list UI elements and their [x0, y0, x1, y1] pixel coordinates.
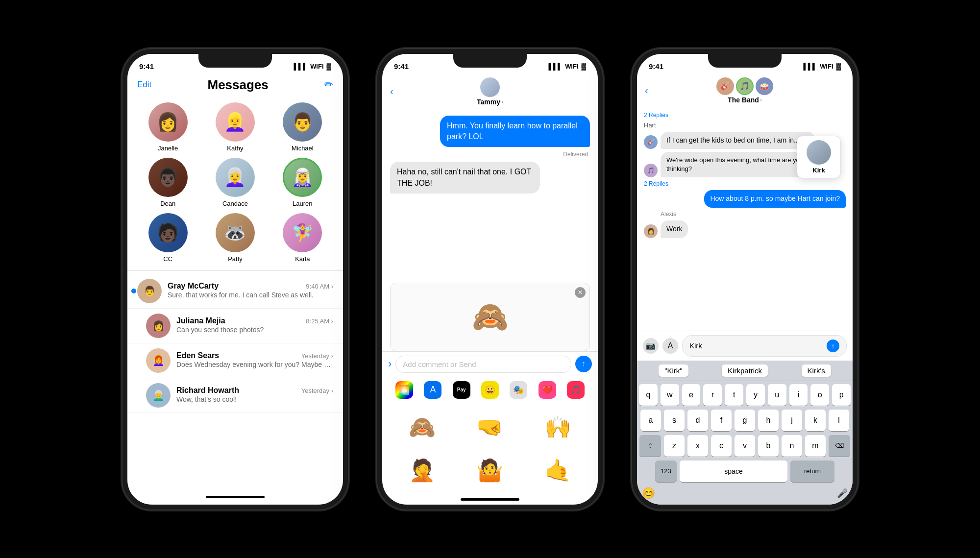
key-e[interactable]: e — [682, 384, 701, 406]
sticker-5[interactable]: 🤷 — [458, 451, 522, 490]
sticker-4[interactable]: 🤦 — [390, 451, 454, 490]
battery-icon-3: ▓ — [836, 63, 841, 70]
tammy-chevron: › — [501, 98, 503, 105]
suggestion-kirks[interactable]: Kirk's — [802, 364, 831, 377]
sticker-2[interactable]: 🤜 — [458, 408, 522, 447]
key-g[interactable]: g — [735, 410, 755, 431]
contact-candace[interactable]: 👩‍🦳 Candace — [204, 158, 266, 207]
home-bar-1 — [206, 496, 265, 498]
key-f[interactable]: f — [711, 410, 732, 431]
key-delete[interactable]: ⌫ — [829, 435, 850, 457]
key-return[interactable]: return — [790, 461, 834, 482]
sticker-3[interactable]: 🙌 — [526, 408, 590, 447]
sticker-close[interactable]: ✕ — [575, 287, 586, 298]
contact-karla[interactable]: 🧚‍♀️ Karla — [272, 213, 333, 263]
suggestion-kirkpatrick[interactable]: Kirkpatrick — [722, 364, 768, 377]
key-m[interactable]: m — [805, 435, 826, 457]
bubble-received-job: Haha no, still can't nail that one. I GO… — [390, 162, 540, 194]
key-s[interactable]: s — [664, 410, 685, 431]
message-row-richard[interactable]: 👨‍🦳 Richard Howarth Yesterday › Wow, tha… — [127, 378, 343, 413]
send-button-2[interactable]: ↑ — [575, 356, 592, 372]
key-row-4: 123 space return — [639, 461, 851, 482]
key-y[interactable]: y — [746, 384, 765, 406]
back-button-3[interactable]: ‹ — [645, 85, 648, 96]
message-content-richard: Richard Howarth Yesterday › Wow, that's … — [176, 386, 333, 404]
key-num[interactable]: 123 — [655, 461, 677, 482]
avatar-dean: 👨🏿 — [148, 158, 188, 197]
contact-kathy[interactable]: 👱‍♀️ Kathy — [204, 102, 266, 152]
photos-icon[interactable]: 🌅 — [395, 381, 413, 399]
status-time-2: 9:41 — [394, 62, 409, 71]
group-input-field[interactable]: Kirk ↑ — [682, 335, 847, 357]
key-o[interactable]: o — [810, 384, 829, 406]
key-u[interactable]: u — [768, 384, 786, 406]
contact-dean[interactable]: 👨🏿 Dean — [137, 158, 198, 207]
bubble-sent-hart: How about 8 p.m. so maybe Hart can join? — [704, 190, 846, 208]
avatar-group-member: 🎵 — [644, 164, 658, 177]
message-row-juliana[interactable]: 👩 Juliana Mejia 8:25 AM › Can you send t… — [127, 309, 343, 343]
key-w[interactable]: w — [661, 384, 679, 406]
key-space[interactable]: space — [680, 461, 787, 482]
chat-name-tammy[interactable]: Tammy › — [477, 98, 503, 106]
message-row-gray[interactable]: 👨 Gray McCarty 9:40 AM › Sure, that work… — [127, 274, 343, 309]
preview-richard: Wow, that's so cool! — [176, 395, 333, 404]
sticker-6[interactable]: 🤙 — [526, 451, 590, 490]
key-j[interactable]: j — [782, 410, 802, 431]
chat-input-field[interactable]: Add comment or Send — [395, 356, 571, 373]
expand-icon[interactable]: › — [388, 358, 392, 370]
group-avatars: 🎸 🎵 🥁 — [716, 77, 773, 95]
applepay-icon[interactable]: Pay — [453, 381, 470, 399]
appstore-icon[interactable]: A — [424, 381, 441, 399]
contact-name-cc: CC — [163, 255, 172, 263]
sticker-1[interactable]: 🙈 — [390, 408, 454, 447]
suggestion-kirk-quoted[interactable]: "Kirk" — [659, 364, 688, 377]
key-z[interactable]: z — [664, 435, 685, 457]
contact-janelle[interactable]: 👩 Janelle — [137, 102, 198, 152]
key-k[interactable]: k — [805, 410, 826, 431]
signal-icon-3: ▌▌▌ — [804, 63, 817, 70]
music-icon[interactable]: 🎵 — [567, 381, 585, 399]
message-row-eden[interactable]: 👩‍🦰 Eden Sears Yesterday › Does Wednesda… — [127, 343, 343, 378]
key-p[interactable]: p — [832, 384, 851, 406]
send-button-3[interactable]: ↑ — [827, 340, 839, 352]
edit-button[interactable]: Edit — [137, 80, 151, 90]
key-l[interactable]: l — [829, 410, 849, 431]
back-button-2[interactable]: ‹ — [390, 86, 393, 97]
key-c[interactable]: c — [711, 435, 732, 457]
memoji-icon[interactable]: 😀 — [481, 381, 499, 399]
key-n[interactable]: n — [782, 435, 802, 457]
key-v[interactable]: v — [735, 435, 755, 457]
home-bar-2 — [461, 498, 519, 501]
preview-juliana: Can you send those photos? — [176, 325, 333, 334]
autocomplete-popup[interactable]: Kirk — [797, 136, 841, 178]
input-placeholder: Add comment or Send — [403, 360, 476, 368]
key-x[interactable]: x — [687, 435, 708, 457]
compose-button[interactable]: ✏ — [324, 78, 333, 91]
key-h[interactable]: h — [758, 410, 779, 431]
key-a[interactable]: a — [640, 410, 661, 431]
mic-key[interactable]: 🎤 — [837, 488, 848, 499]
key-b[interactable]: b — [758, 435, 779, 457]
key-i[interactable]: i — [789, 384, 808, 406]
app-button[interactable]: A — [662, 338, 678, 354]
contact-michael[interactable]: 👨 Michael — [272, 102, 333, 152]
autocomplete-avatar-kirk — [807, 140, 831, 165]
group-name-row[interactable]: The Band › — [728, 96, 762, 104]
key-q[interactable]: q — [639, 384, 658, 406]
key-r[interactable]: r — [703, 384, 722, 406]
contact-lauren[interactable]: 🧝‍♀️ Lauren — [272, 158, 333, 207]
bubble-work: Work — [661, 220, 688, 238]
key-t[interactable]: t — [725, 384, 743, 406]
alexis-work-row: 👩 Work — [644, 220, 846, 238]
contact-patty[interactable]: 🦝 Patty — [204, 213, 266, 263]
iphone-2: 9:41 ▌▌▌ WiFi ▓ ‹ Tammy › Hmm. — [377, 49, 603, 509]
input-text-kirk: Kirk — [689, 341, 702, 350]
heart-icon[interactable]: ❤️ — [539, 381, 556, 399]
contact-cc[interactable]: 🧑🏿 CC — [137, 213, 198, 263]
key-shift[interactable]: ⇧ — [639, 435, 661, 457]
keyboard-bottom: 😊 🎤 — [637, 485, 853, 505]
emoji-key[interactable]: 😊 — [642, 487, 655, 500]
camera-button[interactable]: 📷 — [643, 338, 659, 354]
key-d[interactable]: d — [687, 410, 708, 431]
stickers-icon[interactable]: 🎭 — [510, 381, 527, 399]
